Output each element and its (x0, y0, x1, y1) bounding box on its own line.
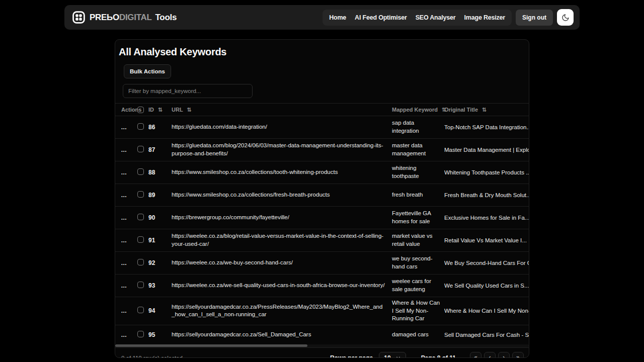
table-row: •••89https://www.smileshop.co.za/collect… (115, 184, 529, 207)
sort-original-title-icon[interactable]: ⇅ (482, 107, 487, 113)
table-row: •••86https://gluedata.com/data-integrati… (115, 116, 529, 139)
sort-id-icon[interactable]: ⇅ (158, 107, 163, 113)
row-mapped-keyword: sap data integration (392, 117, 444, 137)
theme-toggle-button[interactable] (557, 9, 574, 26)
row-original-title: Whitening Toothpaste Products ... (444, 167, 529, 177)
row-original-title: We Buy Second-Hand Cars For Co... (444, 258, 529, 268)
row-checkbox[interactable] (137, 331, 144, 337)
brand-suffix: Tools (155, 13, 177, 22)
row-checkbox[interactable] (137, 123, 144, 130)
row-actions-cell: ••• (115, 166, 137, 179)
row-mapped-keyword: master data management (392, 140, 444, 159)
row-checkbox-cell (137, 304, 148, 317)
first-page-button[interactable]: « (470, 352, 481, 358)
rows-per-page-select[interactable]: 10 (379, 352, 406, 358)
table-row: •••88https://www.smileshop.co.za/collect… (115, 161, 529, 184)
brand-wordmark: PREЬODIGITALTools (90, 13, 177, 23)
row-actions-ellipsis-icon[interactable]: ••• (121, 334, 127, 338)
row-actions-cell: ••• (115, 279, 137, 292)
horizontal-scrollbar[interactable] (115, 344, 529, 347)
row-checkbox-cell (137, 234, 148, 247)
row-url: https://sellyourdamagedcar.co.za/Sell_Da… (172, 329, 392, 341)
row-original-title: Where & How Can I Sell My Non-... (444, 306, 529, 316)
row-id: 90 (148, 212, 172, 223)
row-actions-ellipsis-icon[interactable]: ••• (121, 310, 127, 314)
row-original-title: Sell Damaged Cars For Cash - S... (444, 330, 529, 340)
row-original-title: Retail Value Vs Market Value I... (444, 235, 529, 245)
nav-link-home[interactable]: Home (329, 14, 346, 21)
row-actions-ellipsis-icon[interactable]: ••• (121, 217, 127, 221)
filter-input[interactable] (123, 84, 253, 98)
row-actions-ellipsis-icon[interactable]: ••• (121, 239, 127, 244)
select-all-cell (137, 105, 148, 115)
row-actions-ellipsis-icon[interactable]: ••• (121, 285, 127, 289)
column-header-mapped-keyword: Mapped Keyword ⇅ (392, 105, 444, 115)
horizontal-scrollbar-thumb[interactable] (115, 344, 307, 347)
row-checkbox[interactable] (137, 307, 144, 313)
column-header-mapped-keyword-label: Mapped Keyword (392, 107, 438, 113)
row-checkbox-cell (137, 121, 148, 134)
row-actions-ellipsis-icon[interactable]: ••• (121, 149, 127, 153)
row-checkbox[interactable] (137, 282, 144, 288)
row-checkbox-cell (137, 189, 148, 202)
row-checkbox[interactable] (137, 146, 144, 152)
column-header-actions: Actions (115, 105, 137, 115)
row-checkbox-cell (137, 279, 148, 292)
rows-per-page-label: Rows per page (330, 354, 373, 358)
row-checkbox-cell (137, 328, 148, 341)
table-row: •••90https://brewergroup.co/community/fa… (115, 207, 529, 229)
row-actions-cell: ••• (115, 234, 137, 247)
row-original-title: Exclusive Homes for Sale in Fa... (444, 213, 529, 223)
row-checkbox[interactable] (137, 191, 144, 198)
previous-page-button[interactable]: ‹ (484, 352, 496, 358)
column-header-id-label: ID (148, 107, 154, 113)
row-checkbox-cell (137, 143, 148, 156)
column-header-original-title-label: Original Title (444, 107, 478, 113)
row-actions-cell: ••• (115, 143, 137, 156)
sort-url-icon[interactable]: ⇅ (187, 107, 192, 113)
row-actions-ellipsis-icon[interactable]: ••• (121, 194, 127, 199)
row-id: 93 (148, 280, 172, 291)
row-checkbox[interactable] (137, 168, 144, 175)
row-id: 91 (148, 235, 172, 246)
nav-link-seo-analyser[interactable]: SEO Analyser (416, 14, 456, 21)
table-row: •••95https://sellyourdamagedcar.co.za/Se… (115, 325, 529, 344)
column-header-url-label: URL (172, 107, 183, 113)
row-actions-ellipsis-icon[interactable]: ••• (121, 171, 127, 176)
row-url: https://sellyourdamagedcar.co.za/PressRe… (172, 301, 392, 321)
brand[interactable]: PREЬODIGITALTools (72, 11, 177, 24)
row-original-title: Fresh Breath & Dry Mouth Solut... (444, 190, 529, 200)
row-actions-ellipsis-icon[interactable]: ••• (121, 262, 127, 266)
row-actions-cell: ••• (115, 121, 137, 134)
row-url: https://gluedata.com/blog/2024/06/03/mas… (172, 140, 392, 159)
column-header-url: URL ⇅ (172, 105, 392, 115)
row-id: 92 (148, 257, 172, 268)
analysed-keywords-card: All Analysed Keywords Bulk Actions Actio… (115, 39, 529, 358)
row-url: https://weelee.co.za/we-sell-quality-use… (172, 280, 392, 292)
column-header-id: ID ⇅ (148, 105, 172, 115)
row-actions-cell: ••• (115, 328, 137, 341)
select-all-checkbox[interactable] (137, 107, 144, 113)
top-navbar: PREЬODIGITALTools Home AI Feed Optimiser… (64, 5, 580, 30)
row-checkbox[interactable] (137, 236, 144, 243)
row-id: 89 (148, 190, 172, 201)
row-actions-cell: ••• (115, 304, 137, 317)
sign-out-button[interactable]: Sign out (516, 10, 553, 26)
row-checkbox[interactable] (137, 259, 144, 265)
last-page-button[interactable]: » (512, 352, 524, 358)
nav-link-image-resizer[interactable]: Image Resizer (464, 14, 505, 21)
table-row: •••94https://sellyourdamagedcar.co.za/Pr… (115, 297, 529, 325)
row-actions-ellipsis-icon[interactable]: ••• (121, 126, 127, 131)
next-page-button[interactable]: › (498, 352, 510, 358)
page-title: All Analysed Keywords (119, 46, 525, 58)
table-row: •••91https://weelee.co.za/blog/retail-va… (115, 229, 529, 252)
row-checkbox[interactable] (137, 214, 144, 220)
prebo-grid-logo-icon (72, 11, 85, 24)
row-id: 95 (148, 329, 172, 340)
selection-status: 0 of 110 row(s) selected. (121, 355, 184, 358)
bulk-actions-button[interactable]: Bulk Actions (124, 64, 171, 78)
row-id: 86 (148, 122, 172, 133)
row-original-title: Master Data Management | Explo... (444, 145, 529, 155)
nav-link-ai-feed-optimiser[interactable]: AI Feed Optimiser (355, 14, 407, 21)
row-mapped-keyword: weelee cars for sale gauteng (392, 276, 444, 295)
